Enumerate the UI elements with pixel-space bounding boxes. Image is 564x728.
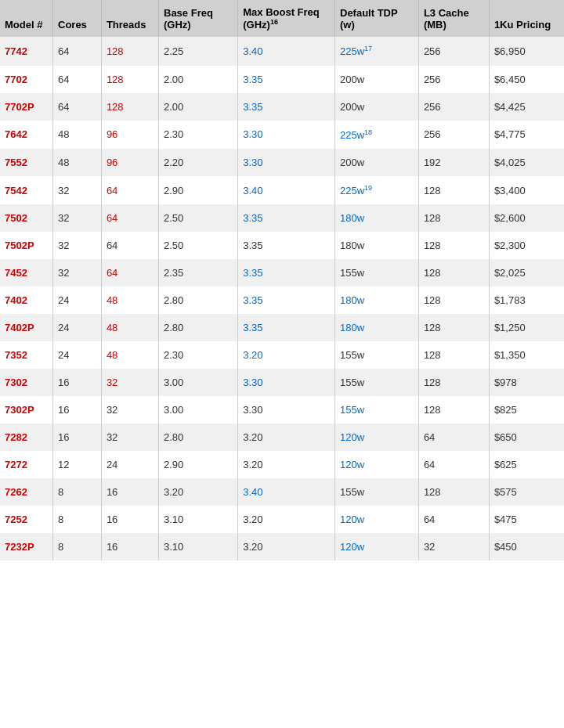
cell-boost-freq: 3.30 [238, 369, 335, 396]
cell-boost-freq: 3.35 [238, 259, 335, 287]
table-row: 735224482.303.20155w128$1,350 [0, 341, 564, 369]
cell-base-freq: 2.35 [159, 259, 238, 287]
table-row: 745232642.353.35155w128$2,025 [0, 259, 564, 287]
cell-boost-freq: 3.35 [238, 66, 335, 93]
cell-threads: 16 [101, 506, 158, 533]
table-row: 754232642.903.40225w19128$3,400 [0, 176, 564, 204]
table-row: 727212242.903.20120w64$625 [0, 451, 564, 478]
cell-cores: 24 [53, 287, 102, 314]
cell-tdp: 180w [335, 232, 419, 259]
cell-base-freq: 2.80 [159, 314, 238, 341]
table-row: 7232P8163.103.20120w32$450 [0, 533, 564, 560]
cell-price: $978 [489, 369, 564, 396]
table-row: 72628163.203.40155w128$575 [0, 478, 564, 506]
cell-cores: 48 [53, 149, 102, 176]
cell-cache: 128 [418, 259, 489, 287]
cell-base-freq: 2.20 [159, 149, 238, 176]
table-row: 7302P16323.003.30155w128$825 [0, 396, 564, 423]
cell-boost-freq: 3.30 [238, 396, 335, 423]
cell-model: 7252 [0, 506, 53, 533]
cell-cores: 16 [53, 396, 102, 423]
table-row: 764248962.303.30225w18256$4,775 [0, 121, 564, 149]
cell-tdp: 155w [335, 478, 419, 506]
table-row: 7702P641282.003.35200w256$4,425 [0, 93, 564, 121]
cell-cores: 8 [53, 506, 102, 533]
cell-price: $650 [489, 423, 564, 451]
cell-threads: 32 [101, 396, 158, 423]
cell-model: 7232P [0, 533, 53, 560]
cell-cache: 64 [418, 506, 489, 533]
cell-cache: 128 [418, 204, 489, 232]
cell-boost-freq: 3.35 [238, 232, 335, 259]
cell-cache: 64 [418, 451, 489, 478]
cell-base-freq: 2.30 [159, 121, 238, 149]
cell-cores: 32 [53, 259, 102, 287]
cell-tdp: 200w [335, 66, 419, 93]
cell-base-freq: 2.50 [159, 204, 238, 232]
cell-price: $450 [489, 533, 564, 560]
cell-base-freq: 3.10 [159, 533, 238, 560]
cell-price: $2,300 [489, 232, 564, 259]
cell-model: 7302P [0, 396, 53, 423]
cell-cache: 64 [418, 423, 489, 451]
cell-tdp: 120w [335, 533, 419, 560]
cell-boost-freq: 3.20 [238, 506, 335, 533]
cell-model: 7402P [0, 314, 53, 341]
cell-threads: 64 [101, 204, 158, 232]
cell-cache: 128 [418, 396, 489, 423]
cell-model: 7262 [0, 478, 53, 506]
cell-cores: 32 [53, 232, 102, 259]
cell-price: $4,425 [489, 93, 564, 121]
table-row: 7702641282.003.35200w256$6,450 [0, 66, 564, 93]
cell-cache: 128 [418, 341, 489, 369]
cell-cache: 128 [418, 314, 489, 341]
cell-cache: 256 [418, 93, 489, 121]
cell-tdp: 155w [335, 369, 419, 396]
cell-base-freq: 2.25 [159, 37, 238, 65]
cell-threads: 16 [101, 533, 158, 560]
cell-boost-freq: 3.20 [238, 533, 335, 560]
header-cache: L3 Cache (MB) [418, 0, 489, 37]
table-row: 7742641282.253.40225w17256$6,950 [0, 37, 564, 65]
cell-boost-freq: 3.20 [238, 423, 335, 451]
cell-cores: 32 [53, 204, 102, 232]
cell-threads: 64 [101, 232, 158, 259]
header-price: 1Ku Pricing [489, 0, 564, 37]
cell-tdp: 180w [335, 287, 419, 314]
cell-model: 7502P [0, 232, 53, 259]
cell-threads: 128 [101, 37, 158, 65]
cell-price: $475 [489, 506, 564, 533]
table-row: 740224482.803.35180w128$1,783 [0, 287, 564, 314]
cell-threads: 48 [101, 314, 158, 341]
table-row: 728216322.803.20120w64$650 [0, 423, 564, 451]
cell-tdp: 155w [335, 396, 419, 423]
cell-cache: 128 [418, 232, 489, 259]
table-header-row: Model # Cores Threads Base Freq (GHz) Ma… [0, 0, 564, 37]
cell-base-freq: 2.90 [159, 176, 238, 204]
cell-cores: 48 [53, 121, 102, 149]
cell-boost-freq: 3.20 [238, 451, 335, 478]
cell-price: $6,950 [489, 37, 564, 65]
cell-price: $2,600 [489, 204, 564, 232]
header-cores: Cores [53, 0, 102, 37]
cell-cores: 24 [53, 341, 102, 369]
cell-tdp: 180w [335, 204, 419, 232]
table-row: 7502P32642.503.35180w128$2,300 [0, 232, 564, 259]
cell-base-freq: 2.00 [159, 93, 238, 121]
cell-tdp: 155w [335, 341, 419, 369]
cell-price: $4,025 [489, 149, 564, 176]
cell-price: $1,783 [489, 287, 564, 314]
cell-boost-freq: 3.30 [238, 149, 335, 176]
cell-model: 7452 [0, 259, 53, 287]
cell-model: 7642 [0, 121, 53, 149]
cell-price: $575 [489, 478, 564, 506]
cell-threads: 128 [101, 93, 158, 121]
cell-cache: 192 [418, 149, 489, 176]
cell-model: 7702P [0, 93, 53, 121]
cell-threads: 48 [101, 287, 158, 314]
cell-base-freq: 2.80 [159, 423, 238, 451]
header-model: Model # [0, 0, 53, 37]
cell-price: $3,400 [489, 176, 564, 204]
header-threads: Threads [101, 0, 158, 37]
cell-boost-freq: 3.35 [238, 204, 335, 232]
